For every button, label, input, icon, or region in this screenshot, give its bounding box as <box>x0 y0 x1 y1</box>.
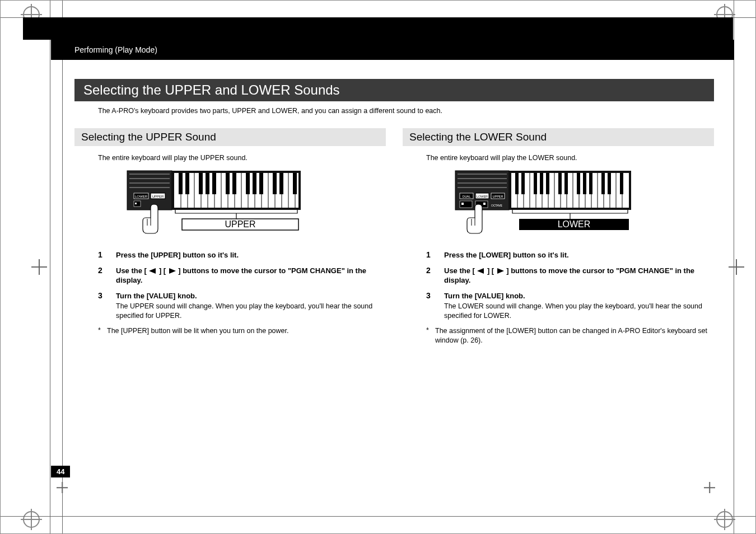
step-number: 2 <box>426 266 444 285</box>
svg-rect-38 <box>259 173 263 194</box>
svg-rect-61 <box>511 173 629 208</box>
svg-rect-57 <box>461 203 464 205</box>
lower-btn-label: LOWER <box>135 195 148 198</box>
svg-rect-82 <box>534 173 537 194</box>
svg-rect-32 <box>206 173 209 194</box>
cursor-right-icon <box>166 268 178 274</box>
registration-cross-icon <box>729 259 744 275</box>
svg-rect-34 <box>226 173 230 194</box>
step-text: Turn the [VALUE] knob. <box>444 291 714 301</box>
lower-btn-label: LOWER <box>477 195 488 198</box>
svg-rect-40 <box>279 173 283 194</box>
crop-line <box>734 1 734 533</box>
upper-steps: 1 Press the [UPPER] button so it's lit. … <box>98 250 386 321</box>
step-text: Press the [LOWER] button so it's lit. <box>444 250 714 260</box>
page: Performing (Play Mode) Selecting the UPP… <box>0 0 756 534</box>
step-2: 2 Use the [] [] buttons to move the curs… <box>426 266 714 285</box>
lower-steps: 1 Press the [LOWER] button so it's lit. … <box>426 250 714 321</box>
crop-line <box>50 1 50 533</box>
intro-text: The A-PRO's keyboard provides two parts,… <box>98 107 714 115</box>
svg-rect-36 <box>246 173 250 194</box>
svg-rect-37 <box>253 173 256 194</box>
cursor-right-icon <box>494 268 506 274</box>
svg-marker-97 <box>477 268 484 274</box>
svg-rect-91 <box>608 173 611 194</box>
svg-rect-80 <box>515 173 519 194</box>
svg-marker-46 <box>149 268 156 274</box>
registration-cross-icon <box>31 259 47 275</box>
svg-rect-59 <box>483 203 486 205</box>
registration-mark-icon <box>23 511 40 528</box>
step-text: Turn the [VALUE] knob. <box>116 291 386 301</box>
note-marker: * <box>98 326 107 336</box>
step-3: 3 Turn the [VALUE] knob. The UPPER sound… <box>98 291 386 321</box>
svg-rect-29 <box>179 173 183 194</box>
svg-rect-39 <box>273 173 277 194</box>
step-text: Use the [] [] buttons to move the cursor… <box>116 266 386 285</box>
svg-marker-47 <box>169 268 176 274</box>
cursor-left-icon <box>475 268 487 274</box>
lower-diagram: DUAL LOWER UPPER OCTAVE <box>454 167 714 240</box>
lower-column: Selecting the LOWER Sound The entire key… <box>403 128 714 345</box>
crop-cross-icon <box>57 482 68 493</box>
svg-rect-31 <box>199 173 203 194</box>
upper-diagram: LOWER UPPER OCTAVE <box>126 167 386 240</box>
crop-line <box>1 516 755 517</box>
step-number: 3 <box>98 291 116 321</box>
step-text: Press the [UPPER] button so it's lit. <box>116 250 386 260</box>
svg-rect-30 <box>185 173 189 194</box>
svg-rect-89 <box>589 173 592 194</box>
step-description: The UPPER sound will change. When you pl… <box>116 302 386 321</box>
step-description: The LOWER sound will change. When you pl… <box>444 302 714 321</box>
step-text: Use the [] [] buttons to move the cursor… <box>444 266 714 285</box>
cursor-left-icon <box>147 268 159 274</box>
breadcrumb-band: Performing (Play Mode) <box>51 40 734 60</box>
upper-range-label: UPPER <box>225 219 255 229</box>
svg-rect-83 <box>540 173 543 194</box>
svg-rect-92 <box>620 173 623 194</box>
step-number: 2 <box>98 266 116 285</box>
lower-range-label: LOWER <box>558 219 591 229</box>
step-number: 1 <box>98 250 116 260</box>
page-title: Selecting the UPPER and LOWER Sounds <box>74 79 714 101</box>
upper-btn-label: UPPER <box>152 195 164 198</box>
step-number: 1 <box>426 250 444 260</box>
svg-rect-33 <box>212 173 216 194</box>
lower-intro: The entire keyboard will play the LOWER … <box>426 154 714 162</box>
crop-line <box>62 1 63 533</box>
lower-note: * The assignment of the [LOWER] button c… <box>426 326 714 345</box>
content-area: Selecting the UPPER and LOWER Sounds The… <box>74 79 714 494</box>
step-number: 3 <box>426 291 444 321</box>
print-info-band <box>23 17 733 40</box>
step-3: 3 Turn the [VALUE] knob. The LOWER sound… <box>426 291 714 321</box>
svg-rect-7 <box>134 201 141 207</box>
step-1: 1 Press the [LOWER] button so it's lit. <box>426 250 714 260</box>
step-1: 1 Press the [UPPER] button so it's lit. <box>98 250 386 260</box>
svg-rect-85 <box>558 173 562 194</box>
svg-rect-87 <box>577 173 580 194</box>
registration-mark-icon <box>716 511 733 528</box>
svg-marker-98 <box>497 268 504 274</box>
svg-rect-35 <box>232 173 236 194</box>
upper-intro: The entire keyboard will play the UPPER … <box>98 154 386 162</box>
step-2: 2 Use the [] [] buttons to move the curs… <box>98 266 386 285</box>
page-number: 44 <box>51 466 70 477</box>
keyboard-diagram-icon: DUAL LOWER UPPER OCTAVE <box>454 167 645 240</box>
svg-rect-81 <box>521 173 525 194</box>
upper-heading: Selecting the UPPER Sound <box>74 128 386 146</box>
keyboard-diagram-icon: LOWER UPPER OCTAVE <box>126 167 316 240</box>
note-marker: * <box>426 326 435 345</box>
octave-label: OCTAVE <box>491 204 502 207</box>
breadcrumb: Performing (Play Mode) <box>74 45 157 54</box>
svg-rect-86 <box>564 173 568 194</box>
svg-rect-41 <box>293 173 297 194</box>
svg-rect-90 <box>601 173 605 194</box>
upper-note: * The [UPPER] button will be lit when yo… <box>98 326 386 336</box>
svg-rect-84 <box>546 173 549 194</box>
columns: Selecting the UPPER Sound The entire key… <box>74 128 714 345</box>
upper-column: Selecting the UPPER Sound The entire key… <box>74 128 386 345</box>
note-text: The assignment of the [LOWER] button can… <box>435 326 714 345</box>
note-text: The [UPPER] button will be lit when you … <box>107 326 386 336</box>
upper-btn-label: UPPER <box>493 195 503 198</box>
dual-btn-label: DUAL <box>463 195 471 198</box>
